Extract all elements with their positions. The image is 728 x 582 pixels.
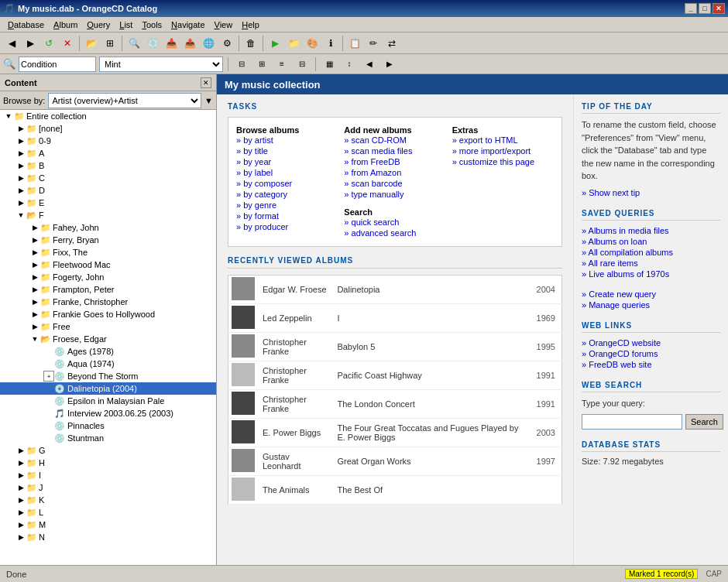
from-freedb[interactable]: from FreeDB <box>344 156 445 167</box>
browse-by-category[interactable]: by category <box>236 189 338 200</box>
web-search-button[interactable]: Search <box>685 414 723 430</box>
album-row-5[interactable]: E. Power Biggs The Four Great Toccatas a… <box>228 419 562 447</box>
panel-close-button[interactable]: ✕ <box>201 77 211 88</box>
album-row-0[interactable]: Edgar W. Froese Dalinetopia 2004 <box>228 276 562 304</box>
root-expand-icon[interactable]: ▼ <box>3 111 14 122</box>
browse-by-combo[interactable]: Artist (overview)+Artist <box>48 93 201 108</box>
customize-page[interactable]: customize this page <box>452 156 554 167</box>
query-rare[interactable]: All rare items <box>582 258 720 269</box>
folder2-button[interactable]: 📁 <box>285 35 302 52</box>
menu-album[interactable]: Album <box>49 19 82 31</box>
color-button[interactable]: 🎨 <box>304 35 321 52</box>
none-expand[interactable]: ▶ <box>15 123 26 134</box>
tree-item-fixx[interactable]: ▶ 📁 Fixx, The <box>0 246 216 258</box>
browse-by-year[interactable]: by year <box>236 156 338 167</box>
layout-btn-4[interactable]: ⊟ <box>294 56 311 73</box>
more-import-export[interactable]: more import/export <box>452 146 554 156</box>
menu-list[interactable]: List <box>115 19 137 31</box>
browse-by-genre[interactable]: by genre <box>236 200 338 211</box>
layout-btn-2[interactable]: ⊞ <box>253 56 270 73</box>
condition-combo[interactable] <box>19 56 96 72</box>
link-orangecd-forums[interactable]: OrangeCD forums <box>582 348 720 359</box>
tree-album-ages[interactable]: 💿 Ages (1978) <box>0 345 216 358</box>
window-controls[interactable]: _ □ ✕ <box>685 3 725 14</box>
query-on-loan[interactable]: Albums on loan <box>582 236 720 247</box>
tree-container[interactable]: ▼ 📁 Entire collection ▶ 📁 [none] ▶ 📁 0-9… <box>0 110 216 565</box>
browse-by-label[interactable]: by label <box>236 167 338 178</box>
search-button[interactable]: 🔍 <box>125 35 143 52</box>
filter-btn[interactable]: ▦ <box>321 56 338 73</box>
query-live-1970s[interactable]: Live albums of 1970s <box>582 269 720 279</box>
tree-item-free[interactable]: ▶ 📁 Free <box>0 320 216 333</box>
close-button[interactable]: ✕ <box>713 3 725 14</box>
browse-by-format[interactable]: by format <box>236 211 338 221</box>
tree-item-g[interactable]: ▶ 📁 G <box>0 444 216 457</box>
tree-item-froese[interactable]: ▼ 📂 Froese, Edgar <box>0 333 216 345</box>
tree-item-fleetwood[interactable]: ▶ 📁 Fleetwood Mac <box>0 258 216 271</box>
tree-album-stuntman[interactable]: 💿 Stuntman <box>0 432 216 444</box>
create-new-query[interactable]: Create new query <box>582 289 720 300</box>
menu-tools[interactable]: Tools <box>137 19 167 31</box>
tree-item-i[interactable]: ▶ 📁 I <box>0 469 216 481</box>
tree-root[interactable]: ▼ 📁 Entire collection <box>0 110 216 122</box>
tree-item-d[interactable]: ▶ 📁 D <box>0 184 216 197</box>
album-row-7[interactable]: The Animals The Best Of <box>228 476 562 505</box>
menu-query[interactable]: Query <box>82 19 115 31</box>
tree-item-frampton[interactable]: ▶ 📁 Frampton, Peter <box>0 283 216 296</box>
album-row-1[interactable]: Led Zeppelin I 1969 <box>228 304 562 333</box>
copy-button[interactable]: 📋 <box>346 35 363 52</box>
nav-next[interactable]: ▶ <box>381 56 398 73</box>
tree-item-fogerty[interactable]: ▶ 📁 Fogerty, John <box>0 271 216 283</box>
stop-button[interactable]: ✕ <box>59 35 76 52</box>
browse-by-artist[interactable]: by artist <box>236 135 338 146</box>
menu-help[interactable]: Help <box>237 19 264 31</box>
info-button[interactable]: ℹ <box>322 35 339 52</box>
menu-view[interactable]: View <box>210 19 238 31</box>
album-row-4[interactable]: Christopher Franke The London Concert 19… <box>228 390 562 419</box>
browse-dropdown-icon[interactable]: ▼ <box>204 96 213 105</box>
forward-button[interactable]: ▶ <box>22 35 39 52</box>
export-button[interactable]: 📤 <box>181 35 198 52</box>
tree-item-09[interactable]: ▶ 📁 0-9 <box>0 135 216 147</box>
quick-search[interactable]: quick search <box>344 217 445 228</box>
album-row-2[interactable]: Christopher Franke Babylon 5 1995 <box>228 333 562 361</box>
tree-item-l[interactable]: ▶ 📁 L <box>0 506 216 519</box>
condition-value-combo[interactable]: Mint <box>99 56 223 72</box>
tree-item-none[interactable]: ▶ 📁 [none] <box>0 122 216 135</box>
tree-item-b[interactable]: ▶ 📁 B <box>0 159 216 172</box>
browse-by-composer[interactable]: by composer <box>236 178 338 189</box>
scan-media[interactable]: scan media files <box>344 146 445 156</box>
settings-button[interactable]: ⚙ <box>218 35 235 52</box>
refresh-button[interactable]: ↺ <box>40 35 57 52</box>
browse-by-producer[interactable]: by producer <box>236 221 338 232</box>
tree-item-k[interactable]: ▶ 📁 K <box>0 494 216 506</box>
grid-button[interactable]: ⊞ <box>101 35 118 52</box>
delete-button[interactable]: 🗑 <box>242 35 259 52</box>
tree-item-c[interactable]: ▶ 📁 C <box>0 172 216 184</box>
import-button[interactable]: 📥 <box>163 35 180 52</box>
layout-btn-3[interactable]: ≡ <box>273 56 290 73</box>
tree-album-epsilon[interactable]: 💿 Epsilon in Malaysian Pale <box>0 395 216 407</box>
tree-album-interview[interactable]: 🎵 Interview 2003.06.25 (2003) <box>0 407 216 419</box>
query-media-files[interactable]: Albums in media files <box>582 225 720 236</box>
tree-item-f[interactable]: ▼ 📂 F <box>0 209 216 221</box>
link-orangecd-website[interactable]: OrangeCD website <box>582 337 720 348</box>
tree-item-frankie[interactable]: ▶ 📁 Frankie Goes to Hollywood <box>0 308 216 320</box>
edit-button[interactable]: ✏ <box>365 35 382 52</box>
tree-item-m[interactable]: ▶ 📁 M <box>0 519 216 531</box>
layout-btn-1[interactable]: ⊟ <box>233 56 250 73</box>
export-html[interactable]: export to HTML <box>452 135 554 146</box>
scan-button[interactable]: 💿 <box>144 35 161 52</box>
tree-item-ferry[interactable]: ▶ 📁 Ferry, Bryan <box>0 234 216 246</box>
link-freedb[interactable]: FreeDB web site <box>582 359 720 370</box>
scan-barcode[interactable]: scan barcode <box>344 178 445 189</box>
web-button[interactable]: 🌐 <box>200 35 217 52</box>
nav-prev[interactable]: ◀ <box>361 56 378 73</box>
tree-item-e[interactable]: ▶ 📁 E <box>0 197 216 209</box>
back-button[interactable]: ◀ <box>3 35 20 52</box>
tree-item-fahey[interactable]: ▶ 📁 Fahey, John <box>0 221 216 234</box>
advanced-search[interactable]: advanced search <box>344 228 445 238</box>
tree-album-dalinetopia[interactable]: 💿 Dalinetopia (2004) <box>0 382 216 395</box>
play-button[interactable]: ▶ <box>266 35 283 52</box>
menu-navigate[interactable]: Navigate <box>167 19 209 31</box>
